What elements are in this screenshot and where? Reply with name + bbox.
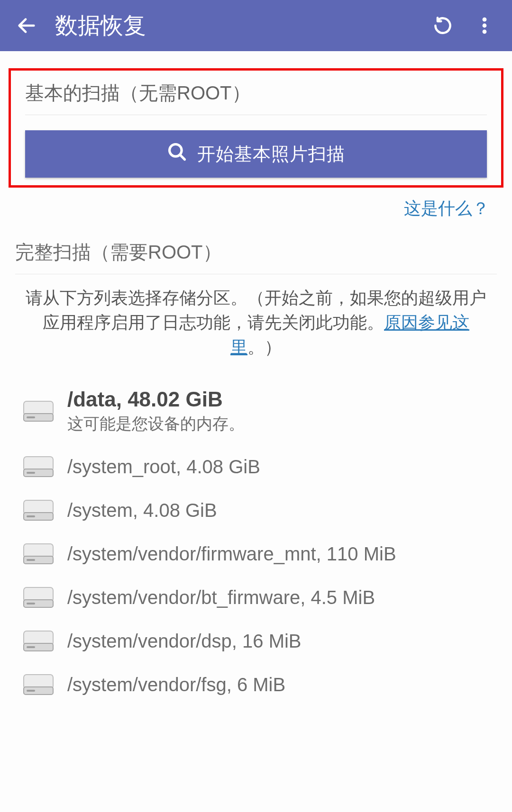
app-bar: 数据恢复 (0, 0, 512, 51)
partition-label: /system, 4.08 GiB (67, 500, 217, 521)
partition-text: /system_root, 4.08 GiB (67, 456, 260, 478)
partition-text: /system/vendor/dsp, 16 MiB (67, 631, 302, 652)
divider (0, 51, 512, 53)
what-is-this-link[interactable]: 这是什么？ (0, 197, 489, 220)
back-button[interactable] (11, 15, 42, 36)
drive-icon (23, 498, 54, 522)
partition-label: /system/vendor/bt_firmware, 4.5 MiB (67, 587, 375, 608)
app-bar-actions (432, 15, 501, 36)
svg-point-4 (483, 24, 487, 28)
basic-scan-section: 基本的扫描（无需ROOT） 开始基本照片扫描 (11, 74, 501, 178)
start-basic-scan-label: 开始基本照片扫描 (197, 142, 345, 166)
start-basic-scan-button[interactable]: 开始基本照片扫描 (25, 130, 487, 178)
partition-label: /system_root, 4.08 GiB (67, 456, 260, 478)
drive-icon (23, 629, 54, 653)
partition-item[interactable]: /system/vendor/firmware_mnt, 110 MiB (15, 532, 497, 576)
partition-text: /system/vendor/bt_firmware, 4.5 MiB (67, 587, 375, 608)
full-scan-section: 完整扫描（需要ROOT） 请从下方列表选择存储分区。（开始之前，如果您的超级用户… (15, 239, 497, 707)
drive-icon (23, 399, 54, 423)
refresh-button[interactable] (432, 15, 453, 36)
partition-label: /system/vendor/dsp, 16 MiB (67, 631, 302, 652)
partition-item[interactable]: /system_root, 4.08 GiB (15, 445, 497, 489)
partition-text: /system/vendor/firmware_mnt, 110 MiB (67, 543, 396, 565)
basic-scan-title: 基本的扫描（无需ROOT） (25, 74, 487, 115)
partition-label: /system/vendor/fsg, 6 MiB (67, 674, 285, 695)
partition-item[interactable]: /system/vendor/bt_firmware, 4.5 MiB (15, 576, 497, 620)
basic-scan-highlight: 基本的扫描（无需ROOT） 开始基本照片扫描 (9, 68, 503, 188)
svg-point-5 (483, 29, 487, 34)
partition-text: /system/vendor/fsg, 6 MiB (67, 674, 285, 695)
full-scan-title: 完整扫描（需要ROOT） (15, 239, 497, 274)
svg-point-3 (483, 18, 487, 22)
partition-list: /data, 48.02 GiB这可能是您设备的内存。/system_root,… (15, 378, 497, 707)
drive-icon (23, 586, 54, 609)
drive-icon (23, 673, 54, 696)
more-button[interactable] (474, 15, 495, 36)
partition-item[interactable]: /system, 4.08 GiB (15, 489, 497, 532)
partition-item[interactable]: /system/vendor/fsg, 6 MiB (15, 663, 497, 707)
drive-icon (23, 542, 54, 566)
drive-icon (23, 455, 54, 478)
partition-sublabel: 这可能是您设备的内存。 (67, 413, 245, 435)
partition-item[interactable]: /data, 48.02 GiB这可能是您设备的内存。 (15, 378, 497, 445)
desc-text-2: 。） (247, 337, 282, 357)
partition-label: /data, 48.02 GiB (67, 388, 245, 411)
partition-item[interactable]: /system/vendor/dsp, 16 MiB (15, 620, 497, 663)
partition-text: /system, 4.08 GiB (67, 500, 217, 521)
content: 基本的扫描（无需ROOT） 开始基本照片扫描 这是什么？ 完整扫描（需要ROOT… (0, 68, 512, 707)
full-scan-description: 请从下方列表选择存储分区。（开始之前，如果您的超级用户应用程序启用了日志功能，请… (15, 274, 497, 364)
search-icon (167, 142, 188, 167)
partition-label: /system/vendor/firmware_mnt, 110 MiB (67, 543, 396, 565)
page-title: 数据恢复 (42, 10, 432, 41)
partition-text: /data, 48.02 GiB这可能是您设备的内存。 (67, 388, 245, 435)
